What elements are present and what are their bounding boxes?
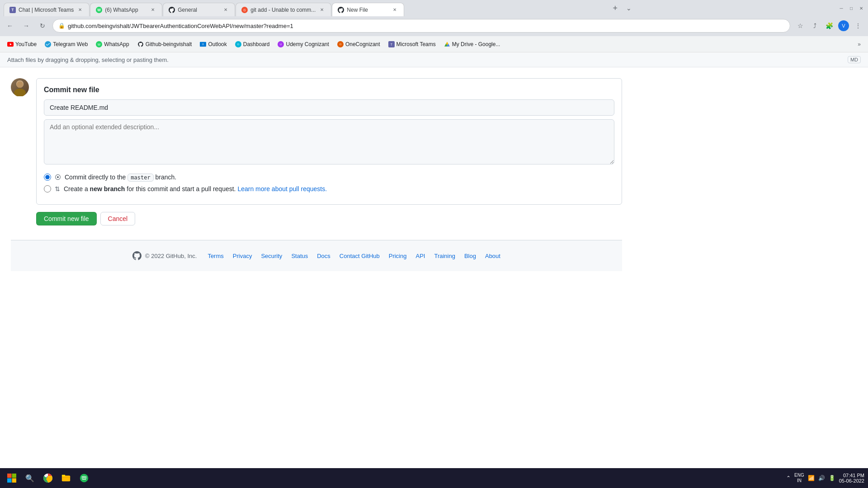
tab-gitadd[interactable]: G git add - Unable to comm... ✕ [236,3,331,16]
bookmark-microsoft-teams[interactable]: T Microsoft Teams [385,39,439,49]
bookmark-label: WhatsApp [104,41,129,47]
reload-button[interactable]: ↻ [36,19,49,32]
commit-message-input[interactable] [44,99,614,116]
tab-whatsapp[interactable]: W (6) WhatsApp ✕ [90,3,162,16]
maximize-button[interactable]: □ [848,5,854,11]
taskbar-right-area: ⌃ ENGIN 📶 🔊 🔋 07:41 PM 05-06-2022 [786,473,864,483]
footer-link-status[interactable]: Status [291,253,308,259]
share-icon[interactable]: ⤴ [808,19,821,32]
svg-point-28 [14,89,26,96]
footer-link-api[interactable]: API [415,253,425,259]
security-lock-icon: 🔒 [58,23,65,29]
bookmark-label: YouTube [15,41,37,47]
pull-request-learn-more-link[interactable]: Learn more about pull requests. [237,185,327,192]
bookmark-label: Dashboard [243,41,270,47]
address-bar-text[interactable]: github.com/beingvishalt/JWTbearerAuthent… [68,23,784,29]
footer-link-privacy[interactable]: Privacy [233,253,252,259]
bookmark-label: Udemy Cognizant [286,41,329,47]
menu-button[interactable]: ⋮ [852,19,864,32]
svg-text:O: O [202,43,204,46]
taskbar-time-display: 07:41 PM [843,473,864,478]
tab-favicon-general [169,7,175,13]
tab-favicon-whatsapp: W [96,7,102,13]
tab-title-teams: Chat | Microsoft Teams [19,7,74,13]
bookmark-udemy-cognizant[interactable]: U Udemy Cognizant [274,39,332,49]
bookmark-telegram-web[interactable]: Telegram Web [41,39,91,49]
start-button[interactable] [4,470,20,486]
footer-link-training[interactable]: Training [434,253,455,259]
bookmark-dashboard[interactable]: D Dashboard [231,39,274,49]
taskbar-spotify-icon[interactable] [76,470,92,486]
branch-badge: master [127,174,153,182]
bookmark-github-beingvishalt[interactable]: Github-beingvishalt [134,39,196,49]
attach-files-bar: Attach files by dragging & dropping, sel… [0,52,868,67]
footer-link-pricing[interactable]: Pricing [389,253,407,259]
taskbar-clock: 07:41 PM 05-06-2022 [839,473,864,483]
bookmark-favicon-Dashboard: D [235,41,241,47]
bookmark-whatsapp[interactable]: W WhatsApp [92,39,132,49]
commit-options: ⦿ Commit directly to the master branch. … [44,174,614,192]
tab-general[interactable]: General ✕ [163,3,235,16]
commit-form-heading: Commit new file [44,86,614,94]
taskbar-fileexplorer-icon[interactable] [58,470,74,486]
bookmark-outlook[interactable]: O Outlook [196,39,230,49]
svg-text:T: T [390,42,392,46]
bookmarks-more-button[interactable]: » [854,39,864,49]
footer-link-about[interactable]: About [485,253,500,259]
browser-tabs[interactable]: T Chat | Microsoft Teams ✕ W (6) WhatsAp… [4,0,405,16]
extensions-icon[interactable]: 🧩 [823,19,835,32]
bookmarks-bar: YouTube Telegram Web W WhatsApp Github-b… [0,36,868,52]
forward-button[interactable]: → [20,19,33,32]
bookmark-onecognizant[interactable]: O OneCognizant [334,39,384,49]
markdown-badge: MD [848,56,861,63]
svg-rect-32 [12,474,17,478]
bookmark-youtube[interactable]: YouTube [4,39,40,49]
footer-link-contact github[interactable]: Contact GitHub [340,253,380,259]
svg-text:T: T [12,8,14,12]
bookmark-my-drive---google...[interactable]: My Drive - Google... [440,39,504,49]
tab-close-whatsapp[interactable]: ✕ [149,6,156,14]
svg-text:D: D [237,43,239,46]
svg-text:W: W [97,8,101,12]
taskbar-search-button[interactable]: 🔍 [22,470,38,486]
tab-favicon-teams: T [9,7,16,13]
new-tab-button[interactable]: + [609,2,622,14]
footer-link-terms[interactable]: Terms [208,253,223,259]
tab-close-newfile[interactable]: ✕ [391,6,398,14]
direct-commit-radio[interactable] [44,174,51,181]
tab-close-general[interactable]: ✕ [222,6,229,14]
bookmark-label: Outlook [208,41,226,47]
tab-close-teams[interactable]: ✕ [76,6,84,14]
footer-link-security[interactable]: Security [261,253,282,259]
taskbar-chevron[interactable]: ⌃ [786,475,791,481]
svg-rect-33 [7,479,12,483]
back-button[interactable]: ← [4,19,16,32]
new-branch-radio[interactable] [44,185,51,192]
direct-commit-option[interactable]: ⦿ Commit directly to the master branch. [44,174,614,181]
tab-newfile[interactable]: New File ✕ [332,3,404,16]
footer-link-blog[interactable]: Blog [464,253,476,259]
commit-description-textarea[interactable] [44,119,614,164]
tabs-menu-button[interactable]: ⌄ [623,3,634,14]
profile-button[interactable]: V [837,19,850,32]
footer-links: Terms Privacy Security Status Docs Conta… [208,253,500,259]
bookmark-label: Telegram Web [53,41,88,47]
minimize-button[interactable]: ─ [838,5,844,11]
footer-link-docs[interactable]: Docs [317,253,330,259]
cancel-button[interactable]: Cancel [100,212,136,225]
tab-close-gitadd[interactable]: ✕ [318,6,326,14]
close-button[interactable]: ✕ [858,5,864,11]
tab-title-general: General [178,7,219,13]
bookmark-star-icon[interactable]: ☆ [794,19,807,32]
taskbar-battery-icon: 🔋 [829,475,835,481]
commit-new-file-button[interactable]: Commit new file [36,212,97,225]
page-content: Attach files by dragging & dropping, sel… [0,52,868,472]
bookmark-favicon-Github-beingvishalt [137,41,144,47]
tab-teams[interactable]: T Chat | Microsoft Teams ✕ [4,3,90,16]
new-branch-option[interactable]: ⇅ Create a new branch for this commit an… [44,185,614,192]
bookmark-label: OneCognizant [345,41,380,47]
taskbar-chrome-icon[interactable] [40,470,56,486]
bookmark-favicon-Outlook: O [200,41,206,47]
taskbar-volume-icon[interactable]: 🔊 [818,475,825,481]
commit-actions: Commit new file Cancel [36,212,622,225]
